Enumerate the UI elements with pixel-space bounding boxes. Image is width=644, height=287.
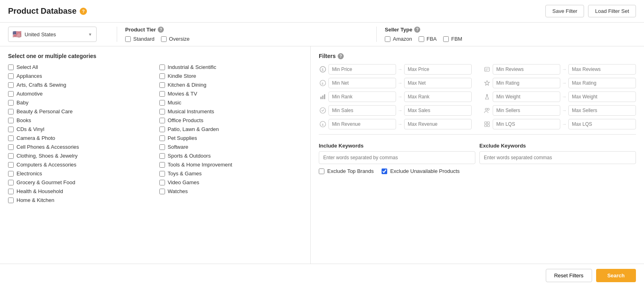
cat-toys[interactable]: Toys & Games [159, 171, 303, 177]
seller-fba[interactable]: FBA [419, 36, 437, 42]
include-keywords-input[interactable] [319, 151, 475, 164]
country-select[interactable]: 🇺🇸 United States ▼ [8, 27, 97, 42]
cat-pet[interactable]: Pet Supplies [159, 135, 303, 141]
exclude-unavailable[interactable]: Exclude Unavailable Products [382, 168, 460, 174]
min-sales-input[interactable] [328, 105, 396, 116]
tier-oversize[interactable]: Oversize [161, 36, 190, 42]
cat-select-all-checkbox[interactable] [8, 64, 14, 70]
cat-select-all[interactable]: Select All [8, 64, 151, 70]
arrow-icon: → [398, 67, 402, 72]
cat-automotive[interactable]: Automotive [8, 91, 151, 97]
min-revenue-input[interactable] [328, 119, 396, 129]
cat-patio[interactable]: Patio, Lawn & Garden [159, 126, 303, 132]
load-filter-button[interactable]: Load Filter Set [588, 5, 636, 17]
search-button[interactable]: Search [596, 269, 636, 282]
cat-health[interactable]: Health & Household [8, 188, 151, 194]
min-lqs-input[interactable] [493, 119, 560, 129]
category-col-2: Industrial & Scientific Kindle Store Kit… [159, 64, 303, 203]
max-revenue-input[interactable] [404, 119, 472, 129]
seller-type-section: Seller Type ? Amazon FBA FBM [376, 27, 636, 42]
cat-home-kitchen[interactable]: Home & Kitchen [8, 197, 151, 203]
cat-musical-instruments[interactable]: Musical Instruments [159, 108, 303, 114]
cat-music[interactable]: Music [159, 100, 303, 106]
cat-watches[interactable]: Watches [159, 188, 303, 194]
exclude-top-brands-label: Exclude Top Brands [327, 168, 374, 174]
cat-kitchen[interactable]: Kitchen & Dining [159, 82, 303, 88]
cat-office[interactable]: Office Products [159, 117, 303, 123]
seller-amazon-checkbox[interactable] [385, 36, 390, 42]
max-net-input[interactable] [404, 78, 472, 88]
product-tier-info-icon[interactable]: ? [158, 27, 164, 33]
cat-movies[interactable]: Movies & TV [159, 91, 303, 97]
svg-rect-18 [487, 122, 489, 124]
categories-panel: Select one or multiple categories Select… [0, 46, 311, 264]
title-info-icon[interactable]: ? [80, 8, 87, 15]
main-content: Select one or multiple categories Select… [0, 46, 644, 264]
filters-panel: Filters ? $ → → [311, 46, 644, 264]
min-reviews-input[interactable] [493, 64, 560, 75]
cat-clothing[interactable]: Clothing, Shoes & Jewelry [8, 153, 151, 159]
max-price-input[interactable] [404, 64, 472, 75]
country-name: United States [25, 31, 85, 37]
cat-cell-phones[interactable]: Cell Phones & Accessories [8, 144, 151, 150]
cat-computers[interactable]: Computers & Accessories [8, 162, 151, 168]
exclude-options-row: Exclude Top Brands Exclude Unavailable P… [319, 164, 636, 174]
seller-type-info-icon[interactable]: ? [414, 27, 420, 33]
min-rank-input[interactable] [328, 92, 396, 102]
cat-beauty[interactable]: Beauty & Personal Care [8, 108, 151, 114]
max-weight-input[interactable] [568, 92, 636, 102]
tier-standard-checkbox[interactable] [125, 36, 131, 42]
tier-standard[interactable]: Standard [125, 36, 155, 42]
max-sellers-input[interactable] [568, 105, 636, 116]
tier-oversize-checkbox[interactable] [161, 36, 167, 42]
exclude-keywords-input[interactable] [479, 151, 636, 164]
weight-icon [483, 93, 491, 101]
reset-filters-button[interactable]: Reset Filters [546, 269, 592, 282]
svg-rect-2 [485, 67, 489, 71]
cat-books[interactable]: Books [8, 117, 151, 123]
exclude-unavailable-checkbox[interactable] [382, 168, 387, 174]
arrow-icon: → [562, 94, 567, 100]
min-net-input[interactable] [328, 78, 396, 88]
cat-kindle[interactable]: Kindle Store [159, 73, 303, 79]
seller-fbm[interactable]: FBM [443, 36, 462, 42]
cat-tools[interactable]: Tools & Home Improvement [159, 162, 303, 168]
cat-video-games[interactable]: Video Games [159, 179, 303, 185]
cat-sports[interactable]: Sports & Outdoors [159, 153, 303, 159]
min-sellers-input[interactable] [493, 105, 560, 116]
cat-grocery[interactable]: Grocery & Gourmet Food [8, 179, 151, 185]
cat-arts-crafts[interactable]: Arts, Crafts & Sewing [8, 82, 151, 88]
max-reviews-input[interactable] [568, 64, 636, 75]
max-rating-input[interactable] [568, 78, 636, 88]
categories-header: Select one or multiple categories [8, 53, 302, 59]
svg-point-13 [485, 108, 487, 110]
seller-fbm-checkbox[interactable] [443, 36, 449, 42]
min-rating-input[interactable] [493, 78, 560, 88]
arrow-icon: → [398, 121, 402, 127]
rank-icon [319, 93, 327, 101]
svg-rect-17 [485, 122, 487, 124]
category-col-1: Select All Appliances Arts, Crafts & Sew… [8, 64, 151, 203]
exclude-keywords-group: Exclude Keywords [479, 143, 636, 164]
filters-info-icon[interactable]: ? [338, 53, 344, 59]
max-rank-input[interactable] [404, 92, 472, 102]
cat-cds[interactable]: CDs & Vinyl [8, 126, 151, 132]
exclude-top-brands-checkbox[interactable] [319, 168, 324, 174]
seller-fba-checkbox[interactable] [419, 36, 424, 42]
filter-row-rank: → → [319, 92, 636, 102]
footer: Reset Filters Search [0, 264, 644, 287]
max-lqs-input[interactable] [568, 119, 636, 129]
min-weight-input[interactable] [493, 92, 560, 102]
price-icon: $ [319, 65, 327, 73]
min-price-input[interactable] [328, 64, 396, 75]
seller-amazon[interactable]: Amazon [385, 36, 412, 42]
cat-appliances[interactable]: Appliances [8, 73, 151, 79]
cat-industrial[interactable]: Industrial & Scientific [159, 64, 303, 70]
cat-baby[interactable]: Baby [8, 100, 151, 106]
cat-electronics[interactable]: Electronics [8, 171, 151, 177]
max-sales-input[interactable] [404, 105, 472, 116]
save-filter-button[interactable]: Save Filter [545, 5, 584, 17]
exclude-top-brands[interactable]: Exclude Top Brands [319, 168, 374, 174]
cat-camera[interactable]: Camera & Photo [8, 135, 151, 141]
cat-software[interactable]: Software [159, 144, 303, 150]
